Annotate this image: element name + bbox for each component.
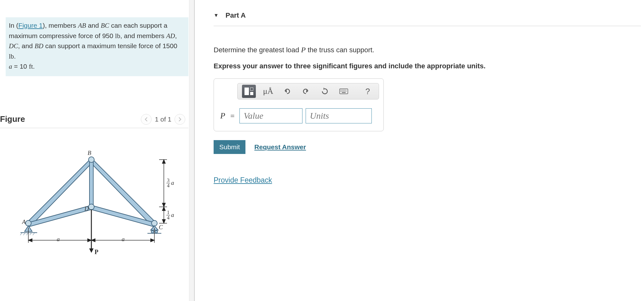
svg-line-18	[33, 233, 35, 235]
unit-lb: lb	[9, 53, 14, 60]
svg-rect-43	[342, 90, 342, 90]
reset-icon	[321, 88, 329, 95]
svg-point-6	[89, 157, 94, 162]
svg-point-11	[151, 230, 154, 233]
svg-rect-42	[341, 90, 341, 90]
svg-marker-37	[162, 219, 165, 223]
svg-point-7	[89, 204, 94, 210]
provide-feedback-link[interactable]: Provide Feedback	[214, 176, 272, 185]
equals-sign: =	[230, 112, 235, 120]
figure-prev-button[interactable]	[141, 114, 152, 125]
redo-button[interactable]	[299, 85, 313, 98]
truss-diagram	[3, 141, 180, 260]
answer-toolbar: μÅ ?	[237, 83, 379, 99]
templates-icon	[244, 88, 253, 95]
svg-rect-51	[346, 91, 346, 92]
svg-marker-40	[324, 88, 325, 90]
undo-button[interactable]	[280, 85, 294, 98]
svg-marker-21	[89, 248, 94, 253]
text: and	[86, 22, 101, 29]
text: can support a maximum tensile force of 1…	[43, 42, 177, 49]
help-button[interactable]: ?	[361, 85, 374, 98]
node-b-label: B	[88, 150, 91, 156]
svg-rect-52	[342, 92, 346, 93]
reset-button[interactable]	[318, 85, 331, 98]
text: .	[14, 53, 16, 60]
svg-point-8	[152, 220, 157, 226]
text: , and	[18, 42, 35, 49]
right-panel: ▼ Part A Determine the greatest load P t…	[195, 0, 644, 301]
svg-rect-45	[344, 90, 345, 90]
member-ad: AD	[166, 32, 175, 40]
keyboard-button[interactable]	[337, 85, 350, 98]
templates-button[interactable]	[242, 85, 256, 98]
svg-marker-26	[28, 239, 32, 242]
dim-3-4-a: 34 a	[166, 178, 174, 188]
text: .	[33, 63, 35, 70]
undo-icon	[283, 88, 291, 94]
member-ab: AB	[78, 22, 86, 29]
svg-rect-47	[341, 91, 341, 92]
submit-row: Submit Request Answer	[214, 140, 644, 154]
figure-link[interactable]: Figure 1	[18, 22, 43, 29]
answer-var: P	[220, 111, 225, 121]
units-input[interactable]	[306, 108, 372, 123]
figure-next-button[interactable]	[175, 114, 185, 125]
svg-rect-49	[343, 91, 344, 92]
dim-1-4-a: 14 a	[166, 210, 174, 220]
value-input[interactable]	[239, 108, 302, 123]
svg-point-12	[155, 230, 158, 233]
text: ), members	[43, 22, 78, 29]
text: , and members	[120, 32, 166, 39]
part-title: Part A	[226, 11, 246, 20]
text: the truss can support.	[306, 46, 374, 54]
figure-page: 1 of 1	[155, 116, 171, 123]
unit-lb: lb	[115, 32, 120, 40]
member-bd: BD	[35, 42, 43, 50]
svg-line-14	[20, 233, 22, 235]
svg-line-17	[30, 233, 32, 235]
svg-marker-28	[91, 239, 95, 242]
instruction-text: Express your answer to three significant…	[214, 62, 644, 70]
svg-rect-50	[344, 91, 345, 92]
figure-nav: 1 of 1	[141, 114, 185, 125]
part-header[interactable]: ▼ Part A	[214, 11, 641, 26]
keyboard-icon	[339, 88, 348, 94]
special-chars-button[interactable]: μÅ	[262, 85, 275, 98]
svg-rect-44	[343, 90, 344, 90]
text: = 10	[12, 63, 29, 70]
text: ,	[175, 32, 177, 39]
dim-a-right: a	[122, 236, 125, 243]
node-a-label: A	[22, 219, 26, 225]
answer-widget: μÅ ? P =	[214, 78, 384, 131]
svg-marker-4	[89, 160, 93, 207]
text: In (	[9, 22, 18, 29]
problem-statement: In (Figure 1), members AB and BC can eac…	[6, 17, 188, 76]
svg-marker-29	[151, 239, 154, 242]
left-panel: In (Figure 1), members AB and BC can eac…	[0, 0, 195, 301]
caret-down-icon: ▼	[214, 13, 219, 18]
question-text: Determine the greatest load P the truss …	[214, 44, 644, 56]
figure-image: A B D C P a a 34 a 14 a	[3, 141, 191, 260]
figure-header: Figure 1 of 1	[0, 114, 188, 128]
text: Determine the greatest load	[214, 46, 301, 54]
svg-rect-46	[346, 90, 346, 90]
force-p-label: P	[95, 248, 98, 256]
svg-marker-34	[162, 160, 165, 163]
svg-rect-48	[342, 91, 342, 92]
submit-button[interactable]: Submit	[214, 140, 245, 154]
member-dc: DC	[9, 42, 18, 50]
left-scrollbar[interactable]	[189, 0, 194, 301]
dim-a-left: a	[57, 236, 60, 243]
chevron-right-icon	[178, 117, 182, 122]
member-bc: BC	[101, 22, 109, 29]
var-p: P	[301, 46, 306, 54]
svg-line-16	[26, 233, 28, 235]
redo-icon	[302, 88, 310, 94]
request-answer-link[interactable]: Request Answer	[254, 143, 306, 151]
unit-ft: ft	[29, 63, 33, 70]
var-a: a	[9, 63, 12, 70]
svg-line-15	[23, 233, 25, 235]
svg-marker-36	[162, 207, 165, 211]
figure-title: Figure	[0, 114, 25, 124]
